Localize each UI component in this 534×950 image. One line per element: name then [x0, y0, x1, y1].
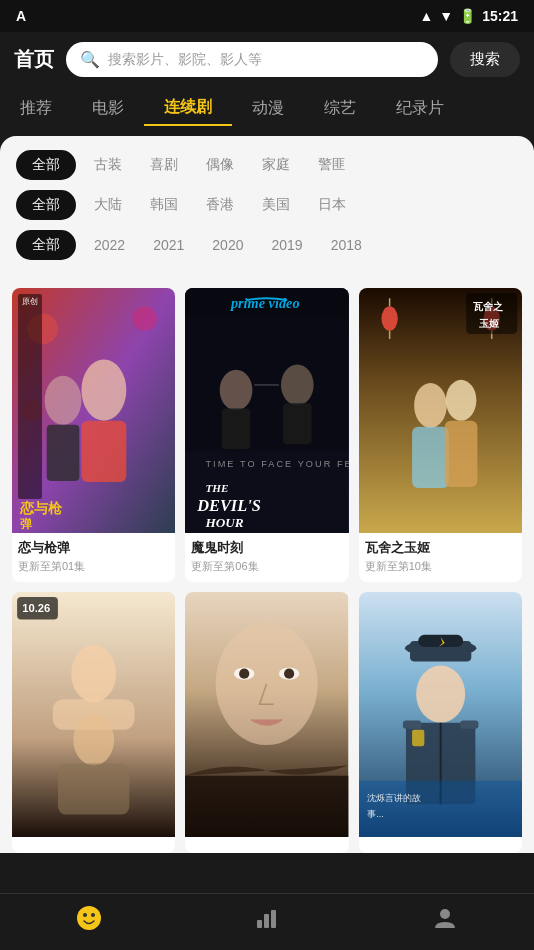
filter-tag-idol[interactable]: 偶像	[196, 150, 244, 180]
svg-point-49	[284, 669, 294, 679]
bottom-nav-profile[interactable]	[356, 904, 534, 936]
card2-sub: 更新至第06集	[191, 559, 342, 574]
filter-row-genre: 全部 古装 喜剧 偶像 家庭 警匪	[16, 150, 518, 180]
header: 首页 🔍 搜索影片、影院、影人等 搜索	[0, 32, 534, 87]
svg-point-6	[45, 376, 82, 425]
filter-all-genre[interactable]: 全部	[16, 150, 76, 180]
filter-row-year: 全部 2022 2021 2020 2019 2018	[16, 230, 518, 260]
svg-text:事...: 事...	[367, 809, 384, 819]
bottom-nav	[0, 893, 534, 950]
filter-tag-2018[interactable]: 2018	[321, 231, 372, 259]
filter-tag-japan[interactable]: 日本	[308, 190, 356, 220]
svg-rect-5	[81, 421, 126, 482]
card1-sub: 更新至第01集	[18, 559, 169, 574]
search-bar[interactable]: 🔍 搜索影片、影院、影人等	[66, 42, 438, 77]
svg-point-4	[81, 359, 126, 420]
battery-icon: 🔋	[459, 8, 476, 24]
svg-point-14	[220, 370, 253, 411]
filter-all-region[interactable]: 全部	[16, 190, 76, 220]
card6-info	[359, 837, 522, 853]
chart-icon	[253, 904, 281, 936]
svg-rect-31	[412, 427, 449, 488]
card-drama5[interactable]	[185, 592, 348, 853]
card3-info: 瓦舍之玉姬 更新至第10集	[359, 533, 522, 582]
svg-text:玉姬: 玉姬	[479, 318, 500, 329]
filter-all-year[interactable]: 全部	[16, 230, 76, 260]
svg-rect-17	[283, 403, 312, 444]
filter-tag-us[interactable]: 美国	[252, 190, 300, 220]
card2-info: 魔鬼时刻 更新至第06集	[185, 533, 348, 582]
svg-text:瓦舍之: 瓦舍之	[473, 301, 503, 312]
card5-info	[185, 837, 348, 853]
filter-section: 全部 古装 喜剧 偶像 家庭 警匪 全部 大陆 韩国 香港 美国 日本 全部 2…	[0, 136, 534, 274]
filter-tag-crime[interactable]: 警匪	[308, 150, 356, 180]
filter-tag-2019[interactable]: 2019	[261, 231, 312, 259]
svg-point-56	[416, 665, 465, 722]
card3-title: 瓦舍之玉姬	[365, 539, 516, 557]
filter-tag-korea[interactable]: 韩国	[140, 190, 188, 220]
card-yuji[interactable]: 瓦舍之 玉姬 瓦舍之玉姬 更新至第10集	[359, 288, 522, 582]
tab-movie[interactable]: 电影	[72, 92, 144, 125]
svg-rect-15	[222, 408, 251, 449]
svg-text:THE: THE	[206, 482, 229, 494]
tab-series[interactable]: 连续剧	[144, 91, 232, 126]
svg-point-67	[91, 913, 95, 917]
svg-text:10.26: 10.26	[22, 602, 50, 614]
svg-rect-7	[47, 425, 80, 481]
svg-point-30	[414, 383, 447, 428]
tab-documentary[interactable]: 纪录片	[376, 92, 464, 125]
filter-tag-2021[interactable]: 2021	[143, 231, 194, 259]
svg-point-24	[381, 306, 397, 330]
card2-title: 魔鬼时刻	[191, 539, 342, 557]
svg-text:沈烁言讲的故: 沈烁言讲的故	[367, 793, 421, 803]
bottom-nav-chart[interactable]	[178, 904, 356, 936]
card-love-bullet[interactable]: 恋与枪 弹 原创 恋与枪弹 更新至第01集	[12, 288, 175, 582]
svg-point-66	[83, 913, 87, 917]
svg-rect-58	[412, 730, 424, 746]
card-police[interactable]: 沈烁言讲的故 事...	[359, 592, 522, 853]
svg-point-40	[73, 714, 114, 765]
filter-tag-2022[interactable]: 2022	[84, 231, 135, 259]
svg-text:HOUR: HOUR	[205, 515, 244, 530]
svg-point-65	[77, 906, 101, 930]
svg-rect-61	[460, 721, 478, 729]
filter-tag-comedy[interactable]: 喜剧	[140, 150, 188, 180]
svg-text:TIME TO FACE YOUR FEARS: TIME TO FACE YOUR FEARS	[206, 459, 349, 469]
filter-tag-hk[interactable]: 香港	[196, 190, 244, 220]
svg-rect-33	[444, 421, 477, 487]
card-drama4[interactable]: 10.26	[12, 592, 175, 853]
tab-anime[interactable]: 动漫	[232, 92, 304, 125]
svg-point-2	[132, 306, 156, 330]
card-devils-hour[interactable]: prime video TIME TO FACE YOUR FEARS	[185, 288, 348, 582]
svg-rect-69	[264, 914, 269, 928]
status-bar: A ▲ ▼ 🔋 15:21	[0, 0, 534, 32]
tab-variety[interactable]: 综艺	[304, 92, 376, 125]
svg-point-38	[71, 645, 116, 702]
profile-icon	[431, 904, 459, 936]
card1-title: 恋与枪弹	[18, 539, 169, 557]
search-placeholder: 搜索影片、影院、影人等	[108, 51, 262, 69]
wifi-icon: ▼	[439, 8, 453, 24]
page-title: 首页	[14, 46, 54, 73]
svg-rect-68	[257, 920, 262, 928]
filter-tag-2020[interactable]: 2020	[202, 231, 253, 259]
poster1-badge: 原创	[18, 294, 42, 499]
svg-point-16	[281, 365, 314, 406]
signal-icon: ▲	[419, 8, 433, 24]
svg-text:DEVIL'S: DEVIL'S	[197, 496, 262, 515]
svg-rect-41	[58, 763, 129, 814]
svg-text:弹: 弹	[20, 517, 33, 531]
card3-sub: 更新至第10集	[365, 559, 516, 574]
svg-rect-60	[403, 721, 421, 729]
bottom-nav-home[interactable]	[0, 904, 178, 936]
nav-tabs: 推荐 电影 连续剧 动漫 综艺 纪录片	[0, 87, 534, 136]
tab-recommend[interactable]: 推荐	[0, 92, 72, 125]
filter-tag-mainland[interactable]: 大陆	[84, 190, 132, 220]
svg-rect-70	[271, 910, 276, 928]
main-content: 全部 古装 喜剧 偶像 家庭 警匪 全部 大陆 韩国 香港 美国 日本 全部 2…	[0, 136, 534, 933]
filter-tag-family[interactable]: 家庭	[252, 150, 300, 180]
card1-info: 恋与枪弹 更新至第01集	[12, 533, 175, 582]
filter-tag-costume[interactable]: 古装	[84, 150, 132, 180]
search-button[interactable]: 搜索	[450, 42, 520, 77]
app-icon: A	[16, 8, 26, 24]
